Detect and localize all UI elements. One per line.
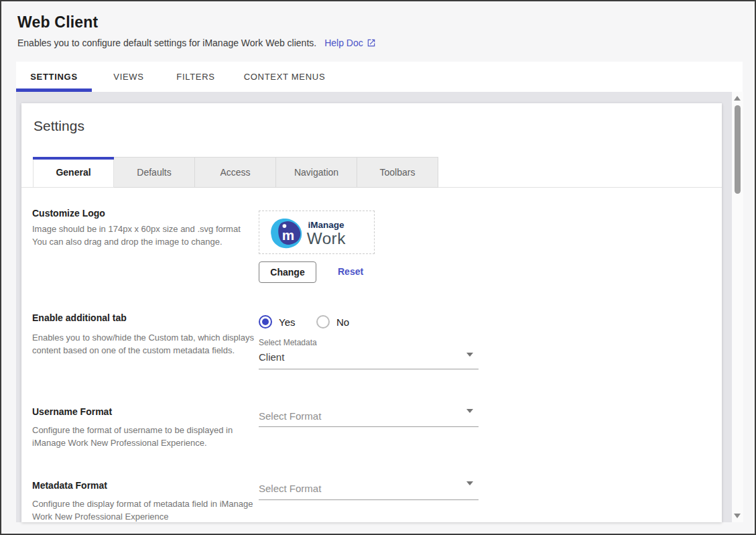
scrollbar-down-arrow-icon[interactable]	[734, 514, 741, 518]
username-format-description: Configure the format of username to be d…	[32, 424, 259, 449]
tab-settings[interactable]: SETTINGS	[16, 62, 92, 92]
tab-filters[interactable]: FILTERS	[166, 62, 226, 92]
svg-text:iManage: iManage	[308, 219, 344, 229]
tab-settings-label: SETTINGS	[30, 72, 78, 82]
page-subtitle-text: Enables you to configure default setting…	[17, 38, 316, 48]
select-metadata-label: Select Metadata	[259, 338, 317, 347]
external-link-icon	[367, 38, 376, 50]
select-metadata-underline	[259, 369, 479, 369]
metadata-format-description: Configure the display format of metadata…	[32, 497, 259, 523]
main-tabbar: SETTINGS VIEWS FILTERS CONTEXT MENUS	[16, 62, 743, 92]
radio-yes-label: Yes	[279, 316, 295, 328]
imanage-work-logo: m iManage Work	[264, 215, 370, 251]
subtab-toolbars-label: Toolbars	[380, 167, 416, 178]
metadata-format-caret-icon[interactable]	[466, 481, 473, 485]
metadata-format-select[interactable]: Select Format	[259, 483, 321, 494]
tab-context-menus-label: CONTEXT MENUS	[244, 72, 326, 82]
page-subtitle: Enables you to configure default setting…	[17, 38, 376, 50]
subtab-defaults-label: Defaults	[137, 167, 171, 178]
svg-text:m: m	[281, 227, 294, 242]
settings-card: Settings General Defaults Access Navigat…	[21, 103, 722, 522]
settings-content-region: Settings General Defaults Access Navigat…	[16, 92, 743, 522]
active-subtab-indicator	[33, 157, 114, 160]
web-client-settings-window: Web Client Enables you to configure defa…	[0, 0, 756, 535]
logo-preview-dropzone[interactable]: m iManage Work	[259, 211, 375, 254]
settings-heading: Settings	[34, 118, 84, 134]
help-doc-link-label: Help Doc	[324, 38, 363, 48]
customize-logo-label: Customize Logo	[32, 208, 105, 219]
tab-views-label: VIEWS	[113, 72, 143, 82]
subtab-access[interactable]: Access	[195, 157, 276, 188]
vertical-scrollbar[interactable]	[732, 92, 743, 522]
tab-views[interactable]: VIEWS	[92, 62, 166, 92]
customize-logo-description-line1: Image should be in 174px x 60px size and…	[32, 223, 259, 235]
subtab-defaults[interactable]: Defaults	[114, 157, 195, 188]
scrollbar-up-arrow-icon[interactable]	[734, 96, 741, 101]
subtab-toolbars[interactable]: Toolbars	[357, 157, 438, 188]
subtab-navigation[interactable]: Navigation	[276, 157, 357, 188]
page-title: Web Client	[17, 13, 98, 32]
radio-yes[interactable]	[259, 315, 272, 329]
tab-filters-label: FILTERS	[176, 72, 214, 82]
username-format-underline	[259, 426, 479, 427]
select-metadata-caret-icon[interactable]	[466, 353, 473, 357]
scrollbar-thumb[interactable]	[735, 105, 741, 194]
username-format-caret-icon[interactable]	[466, 409, 473, 413]
subtab-navigation-label: Navigation	[294, 167, 338, 178]
customize-logo-description: Image should be in 174px x 60px size and…	[32, 223, 259, 248]
help-doc-link[interactable]: Help Doc	[324, 38, 376, 48]
svg-text:Work: Work	[306, 229, 345, 247]
radio-no-label: No	[336, 316, 349, 328]
settings-subtabs: General Defaults Access Navigation Toolb…	[33, 157, 438, 188]
subtab-general-label: General	[56, 167, 90, 178]
username-format-label: Username Format	[32, 406, 112, 417]
enable-additional-tab-label: Enable additional tab	[32, 312, 127, 323]
select-metadata-value[interactable]: Client	[259, 351, 284, 363]
username-format-select[interactable]: Select Format	[259, 410, 321, 422]
metadata-format-underline	[259, 499, 479, 500]
reset-logo-link[interactable]: Reset	[338, 266, 363, 277]
customize-logo-description-line2: You can also drag and drop the image to …	[32, 235, 259, 248]
tab-context-menus[interactable]: CONTEXT MENUS	[226, 62, 343, 92]
radio-no[interactable]	[316, 315, 330, 329]
subtab-general[interactable]: General	[33, 157, 114, 188]
subtab-access-label: Access	[220, 167, 250, 178]
enable-additional-tab-description: Enables you to show/hide the Custom tab,…	[32, 331, 259, 357]
change-logo-button[interactable]: Change	[259, 261, 316, 283]
metadata-format-label: Metadata Format	[32, 480, 107, 491]
